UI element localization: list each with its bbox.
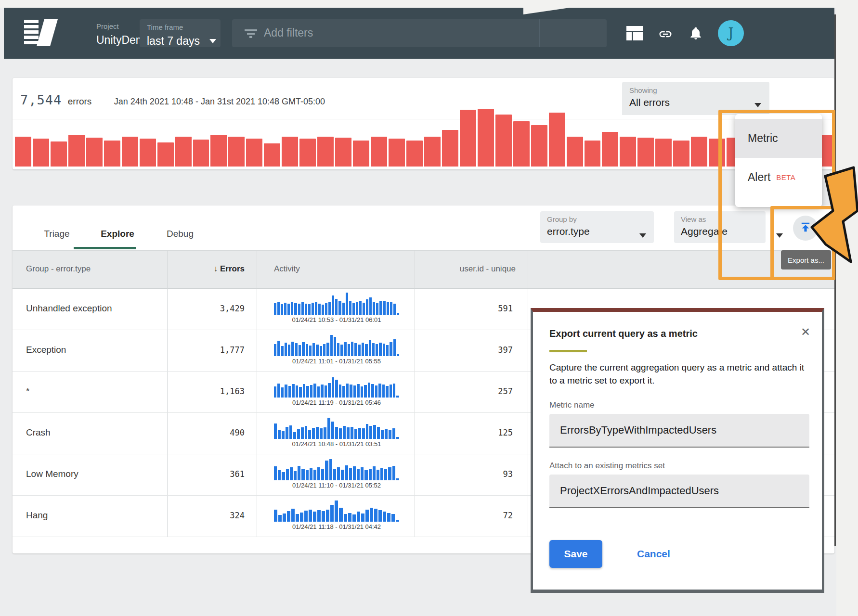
- metric-name-label: Metric name: [549, 400, 809, 410]
- notifications-bell-icon[interactable]: [688, 26, 704, 42]
- sparkline-bar: [312, 428, 315, 439]
- sparkline-bar: [396, 396, 399, 398]
- sparkline-bar: [299, 387, 301, 398]
- sparkline-bar: [317, 510, 321, 522]
- sparkline-bar: [383, 512, 386, 522]
- window-edge: [834, 14, 836, 546]
- timeframe-label: Time frame: [147, 23, 221, 31]
- cell-group: Hang: [26, 510, 48, 521]
- sparkline-bar: [358, 345, 361, 356]
- sparkline-bar: [368, 383, 370, 398]
- cell-errors: 1,163: [167, 386, 245, 396]
- column-header-group[interactable]: Group - error.type: [26, 264, 91, 274]
- sparkline-bar: [302, 342, 304, 356]
- export-button[interactable]: [793, 216, 818, 241]
- sparkline-bar: [369, 426, 372, 439]
- top-strip: [0, 0, 858, 8]
- sparkline-bar: [380, 468, 383, 480]
- sparkline-bar: [351, 342, 353, 356]
- sparkline-bar: [393, 384, 395, 398]
- sparkline-bar: [351, 427, 353, 439]
- histogram-bar: [478, 109, 494, 167]
- column-header-activity[interactable]: Activity: [274, 264, 300, 274]
- tab-triage[interactable]: Triage: [44, 229, 69, 239]
- errors-summary-panel: 7,544 errors Jan 24th 2021 10:48 - Jan 3…: [13, 78, 834, 169]
- sparkline-bar: [339, 385, 341, 398]
- sparkline-bar: [288, 386, 291, 398]
- cell-group: Unhandled exception: [26, 303, 112, 314]
- backtrace-logo-icon[interactable]: [24, 19, 59, 46]
- cell-activity: 01/24/21 11:18 - 01/31/21 04:42: [274, 500, 399, 530]
- right-margin: [836, 0, 858, 616]
- link-icon[interactable]: [657, 27, 674, 43]
- sparkline-bar: [350, 385, 352, 398]
- export-tooltip: Export as...: [781, 250, 831, 270]
- histogram-bar: [442, 130, 458, 167]
- add-filters-placeholder: Add filters: [264, 26, 313, 39]
- attach-field[interactable]: [549, 475, 809, 508]
- sparkline-bar: [323, 344, 325, 356]
- group-by-dropdown[interactable]: Group by error.type: [540, 211, 654, 243]
- sparkline-bar: [300, 513, 303, 522]
- column-header-errors[interactable]: ↓ Errors: [167, 264, 245, 274]
- histogram-bar: [51, 141, 67, 167]
- activity-period: 01/24/21 11:01 - 01/31/21 05:55: [274, 358, 399, 365]
- sparkline-bar: [317, 386, 320, 398]
- view-as-dropdown[interactable]: View as Aggregate: [674, 211, 766, 243]
- filter-icon: [244, 28, 258, 41]
- sparkline-bar: [373, 466, 376, 480]
- sparkline-bar: [335, 427, 338, 439]
- sparkline-bar: [285, 385, 287, 398]
- sparkline-bar: [369, 340, 371, 356]
- error-count: 7,544: [20, 92, 62, 107]
- sparkline-bar: [392, 428, 395, 439]
- cell-errors: 1,777: [167, 345, 245, 355]
- cell-group: Exception: [26, 345, 66, 355]
- beta-badge: BETA: [776, 173, 795, 181]
- sparkline-bar: [370, 508, 373, 522]
- sparkline-bar: [342, 303, 345, 315]
- sparkline-bar: [364, 385, 366, 398]
- cell-errors: 361: [167, 469, 245, 479]
- save-button[interactable]: Save: [549, 540, 602, 568]
- error-count-unit: errors: [68, 96, 92, 106]
- sparkline-bar: [352, 303, 355, 315]
- tab-explore[interactable]: Explore: [101, 229, 134, 239]
- histogram-bar: [406, 141, 423, 167]
- sparkline-bar: [320, 346, 322, 356]
- sparkline-bar: [306, 386, 309, 398]
- sparkline-bar: [364, 470, 367, 480]
- timeframe-selector[interactable]: Time frame last 7 days: [140, 19, 221, 47]
- menu-item-metric[interactable]: Metric: [735, 119, 822, 158]
- activity-sparkline: [274, 458, 399, 480]
- add-filters-input[interactable]: Add filters: [232, 19, 607, 47]
- chevron-down-icon: [754, 103, 761, 107]
- view-as-chevron-icon[interactable]: [776, 233, 783, 238]
- histogram-bar: [210, 135, 227, 167]
- cell-errors: 3,429: [167, 304, 245, 313]
- sparkline-bar: [326, 510, 329, 522]
- sparkline-bar: [301, 469, 304, 480]
- histogram-bar: [104, 141, 120, 167]
- sparkline-bar: [383, 301, 386, 315]
- sparkline-bar: [337, 343, 339, 356]
- dashboard-layout-icon[interactable]: [626, 26, 643, 42]
- histogram-bar: [335, 138, 351, 167]
- sparkline-bar: [353, 385, 356, 398]
- user-avatar[interactable]: J: [718, 20, 744, 46]
- showing-label: Showing: [629, 86, 769, 94]
- metric-name-field[interactable]: [549, 414, 809, 448]
- sparkline-bar: [313, 470, 316, 480]
- sparkline-bar: [306, 344, 308, 356]
- view-as-label: View as: [681, 215, 766, 223]
- tab-debug[interactable]: Debug: [167, 229, 194, 239]
- column-header-users[interactable]: user.id - unique: [419, 264, 516, 274]
- menu-item-alert[interactable]: AlertBETA: [735, 158, 822, 197]
- sparkline-bar: [346, 293, 348, 315]
- histogram-bar: [33, 139, 49, 167]
- sparkline-bar: [366, 424, 369, 439]
- sparkline-bar: [291, 509, 295, 522]
- sparkline-bar: [386, 386, 388, 398]
- sparkline-bar: [390, 302, 392, 315]
- cancel-button[interactable]: Cancel: [634, 548, 673, 560]
